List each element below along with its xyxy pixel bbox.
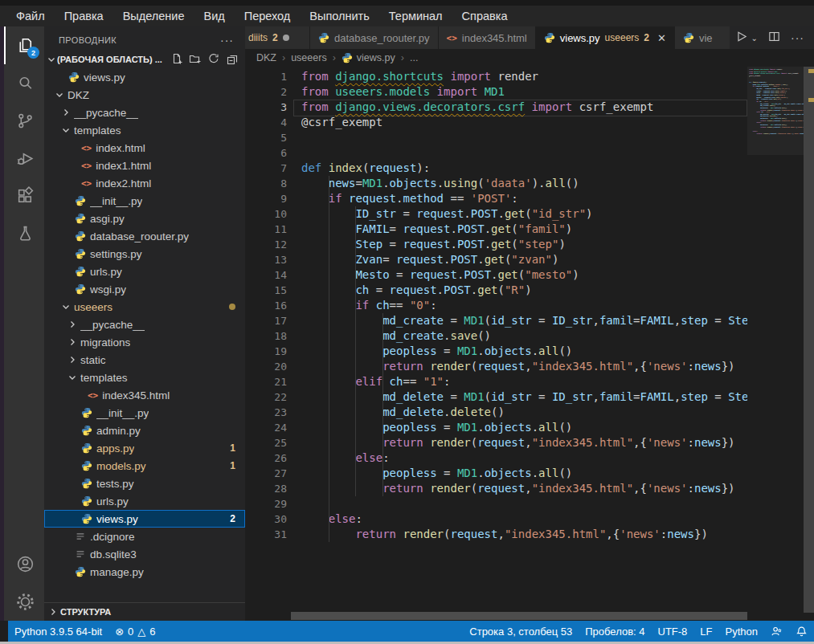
code-line[interactable]: 28 return render(request,"index345.html"… [245,481,747,496]
tree-item-views.py[interactable]: views.py2 [44,510,245,528]
code-line[interactable]: 11 FAMIL= request.POST.get("famil") [245,222,747,237]
menu-item-Переход[interactable]: Переход [235,8,301,24]
code-line[interactable]: 31 return render(request,"index345.html"… [245,527,747,542]
search-icon[interactable] [4,64,44,102]
outline-section-header[interactable]: СТРУКТУРА [44,602,245,621]
sidebar-more-icon[interactable]: ··· [220,34,234,47]
tree-item-templates[interactable]: templates [44,369,245,386]
code-line[interactable]: 8 news=MD1.objects.using('daata').all() [245,176,747,191]
menu-item-Правка[interactable]: Правка [55,8,113,24]
tree-item-__init__.py[interactable]: __init__.py [44,404,245,422]
explorer-icon[interactable]: 2 [4,26,44,64]
problems-indicator[interactable]: ⊗0 △6 [108,626,162,638]
tree-item-apps.py[interactable]: apps.py1 [44,439,245,457]
breadcrumb-item[interactable]: ... [410,52,418,63]
language-mode[interactable]: Python [719,626,764,638]
tree-item-manage.py[interactable]: manage.py [44,563,245,581]
code-line[interactable]: 2from useeers.models import MD1 [245,84,747,100]
indentation[interactable]: Пробелов: 4 [579,626,651,638]
menu-item-Файл[interactable]: Файл [6,8,55,24]
menu-item-Вид[interactable]: Вид [194,8,234,24]
code-line[interactable]: 1from django.shortcuts import render [245,69,747,84]
tree-item-index1.html[interactable]: <>index1.html [44,157,245,174]
tree-item-urls.py[interactable]: urls.py [44,263,245,280]
eol-sequence[interactable]: LF [693,626,718,638]
python-interpreter[interactable]: Python 3.9.5 64-bit [8,626,108,638]
tree-item-useeers[interactable]: useeers [44,298,245,316]
code-line[interactable]: 10 ID_str = request.POST.get("id_str") [245,206,747,222]
tab-vie[interactable]: vie [675,26,730,49]
tree-item-index345.html[interactable]: <>index345.html [44,386,245,404]
code-line[interactable]: 4@csrf_exempt [245,115,747,130]
code-line[interactable]: 26 else: [245,450,747,466]
tree-item-settings.py[interactable]: settings.py [44,245,245,263]
source-control-icon[interactable] [4,102,44,140]
menu-item-Выделение[interactable]: Выделение [113,8,194,24]
code-line[interactable]: 20 return render(request,"index345.html"… [245,359,747,374]
tree-item-.dcignore[interactable]: .dcignore [44,528,245,545]
tab-views.py[interactable]: views.pyuseeers2✕ [536,26,675,49]
split-editor-icon[interactable] [767,30,781,47]
code-line[interactable]: 7def index(request): [245,161,747,176]
tree-item-admin.py[interactable]: admin.py [44,422,245,439]
cursor-position[interactable]: Строка 3, столбец 53 [463,626,579,638]
code-line[interactable]: 15 ch = request.POST.get("R") [245,283,747,298]
refresh-icon[interactable] [207,52,220,67]
tree-item-DKZ[interactable]: DKZ [44,86,245,104]
code-line[interactable]: 16 if ch== "0": [245,298,747,313]
tab-diiits[interactable]: diiits2 [245,26,310,49]
code-line[interactable]: 21 elif ch== "1": [245,374,747,389]
tab-database_roouter.py[interactable]: database_roouter.py [310,26,439,49]
workspace-section-header[interactable]: (РАБОЧАЯ ОБЛАСТЬ) ... [44,51,245,68]
new-file-icon[interactable] [170,52,183,67]
settings-gear-icon[interactable] [4,583,44,621]
tree-item-tests.py[interactable]: tests.py [44,475,245,492]
tree-item-templates[interactable]: templates [44,121,245,139]
menu-item-Выполнить[interactable]: Выполнить [300,8,378,24]
code-line[interactable]: 9 if request.method == 'POST': [245,191,747,206]
tree-item-migrations[interactable]: migrations [44,333,245,351]
code-line[interactable]: 24 peopless = MD1.objects.all() [245,420,747,435]
code-line[interactable]: 19 peopless = MD1.objects.all() [245,344,747,359]
close-icon[interactable]: ✕ [657,32,666,44]
extensions-icon[interactable] [4,177,44,215]
code-line[interactable]: 25 return render(request,"index345.html"… [245,435,747,450]
collapse-all-icon[interactable] [226,52,239,67]
editor-more-icon[interactable]: ··· [791,31,804,44]
code-line[interactable]: 27 peopless = MD1.objects.all() [245,466,747,481]
code-line[interactable]: 23 md_delete.delete() [245,405,747,420]
tree-item-database_roouter.py[interactable]: database_roouter.py [44,227,245,245]
code-line[interactable]: 30 else: [245,512,747,527]
tree-item-__pycache__[interactable]: __pycache__ [44,316,245,333]
testing-icon[interactable] [4,215,44,253]
menu-item-Справка[interactable]: Справка [452,8,517,24]
tree-item-models.py[interactable]: models.py1 [44,457,245,475]
tree-item-wsgi.py[interactable]: wsgi.py [44,280,245,298]
code-line[interactable]: 5 [245,130,747,145]
run-button[interactable] [734,30,748,47]
tree-item-static[interactable]: static [44,351,245,369]
notifications-bell-icon[interactable] [789,626,814,638]
tree-item-__pycache__[interactable]: __pycache__ [44,104,245,121]
account-icon[interactable] [4,545,44,583]
code-line[interactable]: 29 [245,496,747,512]
vertical-scrollbar[interactable] [804,67,814,621]
code-line[interactable]: 18 md_create.save() [245,328,747,344]
code-line[interactable]: 3from django.views.decorators.csrf impor… [245,100,747,115]
code-line[interactable]: 13 Zvan= request.POST.get("zvan") [245,252,747,267]
tree-item-index2.html[interactable]: <>index2.html [44,174,245,192]
tree-item-views.py[interactable]: views.py [44,68,245,86]
breadcrumb-item-file[interactable]: views.py [342,52,395,63]
tree-item-db.sqlite3[interactable]: db.sqlite3 [44,545,245,563]
tree-item-urls.py[interactable]: urls.py [44,492,245,510]
encoding[interactable]: UTF-8 [652,626,694,638]
tree-item-asgi.py[interactable]: asgi.py [44,210,245,227]
run-dropdown-chevron-icon[interactable]: ⌄ [751,34,758,43]
code-line[interactable]: 22 md_delete = MD1(id_str = ID_str,famil… [245,389,747,405]
breadcrumb-item[interactable]: DKZ [256,52,276,63]
horizontal-scrollbar[interactable] [291,612,747,620]
tree-item-__init__.py[interactable]: __init__.py [44,192,245,210]
menu-item-Терминал[interactable]: Терминал [379,8,452,24]
tab-index345.html[interactable]: <>index345.html [439,26,536,49]
run-debug-icon[interactable] [4,140,44,177]
